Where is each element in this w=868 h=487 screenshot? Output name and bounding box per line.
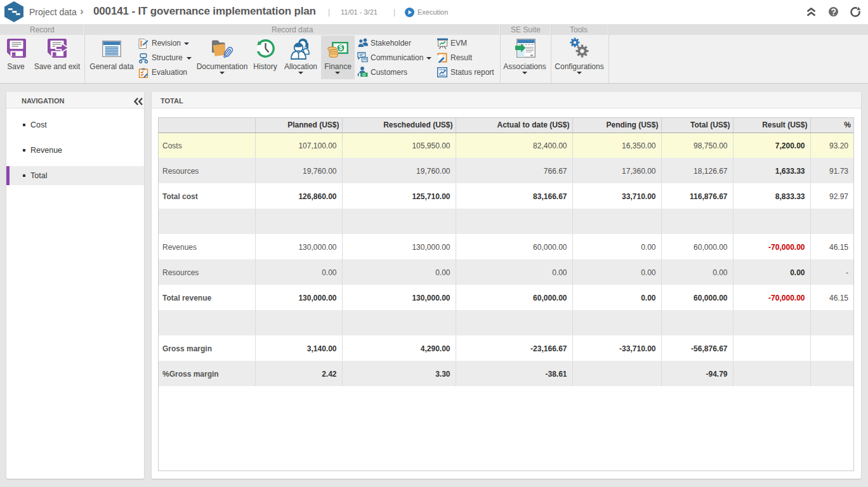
svg-text:$: $	[339, 44, 343, 51]
